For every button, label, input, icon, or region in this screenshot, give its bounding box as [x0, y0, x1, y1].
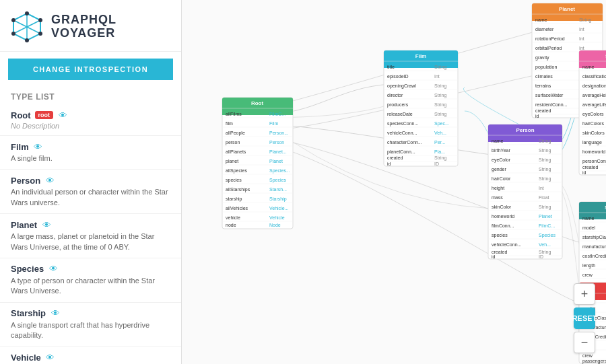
svg-text:Vehicle...: Vehicle...	[269, 206, 288, 211]
svg-text:crew: crew	[582, 353, 593, 358]
node-film[interactable]: Film titleString episodeIDInt openingCra…	[384, 50, 458, 166]
svg-text:Spec...: Spec...	[434, 121, 449, 126]
svg-text:passengers: passengers	[582, 359, 606, 364]
svg-text:String: String	[539, 167, 551, 172]
svg-text:Root: Root	[251, 100, 264, 106]
type-item-vehicle: Vehicle 👁 A single transport craft that …	[0, 347, 181, 364]
svg-point-5	[38, 18, 42, 22]
sidebar: GRAPHQL VOYAGER CHANGE INTROSPECTION Typ…	[0, 0, 182, 364]
type-name-film: Film	[11, 142, 29, 152]
svg-text:Person...: Person...	[269, 131, 288, 135]
svg-text:String: String	[434, 102, 446, 108]
svg-text:model: model	[582, 225, 596, 230]
svg-text:String: String	[434, 83, 446, 89]
graph-area[interactable]: Root allFilmsFilmC... filmFilm allPeople…	[182, 0, 606, 364]
type-name-species: Species	[11, 264, 44, 274]
svg-text:created: created	[492, 250, 507, 254]
svg-text:Pla...: Pla...	[434, 149, 445, 154]
svg-text:terrains: terrains	[535, 83, 551, 88]
svg-text:allSpecies: allSpecies	[226, 168, 247, 174]
controls-panel: + RESET −	[574, 283, 595, 353]
svg-text:allVehicles: allVehicles	[226, 206, 248, 211]
type-item-film: Film 👁 A single film.	[0, 136, 181, 170]
svg-text:String: String	[434, 93, 446, 98]
svg-text:climates: climates	[535, 74, 553, 79]
eye-icon-starship[interactable]: 👁	[50, 308, 61, 319]
svg-text:Per...: Per...	[434, 140, 445, 145]
node-species[interactable]: Species nameString classificationString …	[579, 50, 606, 175]
svg-text:Person: Person	[516, 127, 534, 133]
zoom-in-button[interactable]: +	[574, 283, 595, 305]
root-description: No Description	[11, 122, 170, 130]
logo-title-line2: VOYAGER	[51, 27, 116, 40]
svg-text:Species: Species	[269, 178, 286, 183]
type-item-root: Root root 👁 No Description	[0, 104, 181, 136]
svg-text:skinColor: skinColor	[492, 205, 512, 209]
svg-text:classification: classification	[582, 74, 606, 79]
eye-icon-person[interactable]: 👁	[44, 175, 55, 186]
svg-point-7	[25, 38, 29, 42]
starship-description: A single transport craft that has hyperd…	[11, 320, 170, 341]
svg-text:hairColor: hairColor	[492, 176, 511, 181]
svg-text:ID: ID	[434, 161, 439, 166]
svg-text:created: created	[582, 165, 598, 170]
svg-text:Int: Int	[579, 36, 584, 41]
svg-text:eyeColor: eyeColor	[492, 157, 511, 163]
eye-icon-vehicle[interactable]: 👁	[45, 353, 56, 363]
node-person[interactable]: Person nameString birthYearString eyeCol…	[488, 124, 562, 259]
svg-text:starshipClass: starshipClass	[582, 235, 606, 240]
svg-text:height: height	[492, 186, 504, 191]
svg-text:Int: Int	[579, 27, 584, 32]
type-name-row-starship: Starship 👁	[11, 308, 170, 319]
type-name-row-person: Person 👁	[11, 175, 170, 186]
svg-text:name: name	[492, 139, 504, 143]
type-name-person: Person	[11, 176, 40, 186]
svg-text:name: name	[582, 216, 595, 221]
svg-text:homeworld: homeworld	[492, 214, 514, 219]
svg-point-9	[11, 18, 15, 22]
svg-text:residentConn...: residentConn...	[535, 102, 568, 107]
logo-section: GRAPHQL VOYAGER	[0, 0, 181, 52]
svg-text:Film: Film	[269, 121, 278, 126]
svg-text:allPeople: allPeople	[226, 131, 245, 136]
svg-text:String: String	[539, 148, 551, 153]
svg-text:species: species	[226, 178, 242, 183]
type-name-starship: Starship	[11, 308, 46, 318]
svg-text:speciesConn...: speciesConn...	[387, 121, 418, 126]
person-description: An individual person or character within…	[11, 187, 170, 208]
svg-text:language: language	[582, 140, 602, 145]
eye-icon-root[interactable]: 👁	[57, 110, 68, 120]
svg-text:averageLifespan: averageLifespan	[582, 102, 606, 108]
svg-text:person: person	[226, 140, 240, 145]
eye-icon-species[interactable]: 👁	[48, 264, 59, 275]
svg-text:crew: crew	[582, 272, 593, 277]
root-badge: root	[35, 111, 54, 119]
node-root[interactable]: Root allFilmsFilmC... filmFilm allPeople…	[222, 98, 293, 229]
svg-text:Int: Int	[579, 46, 584, 50]
svg-text:name: name	[582, 65, 595, 69]
svg-text:costInCredits: costInCredits	[582, 254, 606, 258]
svg-text:name: name	[535, 17, 547, 22]
svg-text:id: id	[535, 114, 539, 118]
svg-text:String: String	[434, 112, 446, 117]
zoom-out-button[interactable]: −	[574, 332, 595, 353]
svg-text:surfaceWater: surfaceWater	[535, 93, 564, 98]
change-introspection-button[interactable]: CHANGE INTROSPECTION	[8, 59, 173, 80]
svg-text:planet: planet	[226, 159, 238, 164]
svg-text:Planet...: Planet...	[269, 149, 287, 154]
eye-icon-planet[interactable]: 👁	[41, 219, 52, 230]
type-item-starship: Starship 👁 A single transport craft that…	[0, 303, 181, 347]
svg-text:String: String	[579, 17, 591, 23]
reset-button[interactable]: RESET	[574, 307, 595, 329]
svg-text:Veh...: Veh...	[434, 131, 446, 135]
svg-text:id: id	[387, 161, 391, 166]
svg-text:diameter: diameter	[535, 27, 554, 32]
svg-point-4	[25, 11, 29, 15]
type-name-planet: Planet	[11, 220, 37, 230]
svg-text:vehicle: vehicle	[226, 215, 240, 220]
svg-text:planetConn...: planetConn...	[387, 149, 415, 155]
svg-text:rotationPeriod: rotationPeriod	[535, 36, 565, 41]
svg-text:episodeID: episodeID	[387, 74, 409, 79]
svg-point-6	[38, 32, 42, 36]
eye-icon-film[interactable]: 👁	[33, 141, 44, 152]
